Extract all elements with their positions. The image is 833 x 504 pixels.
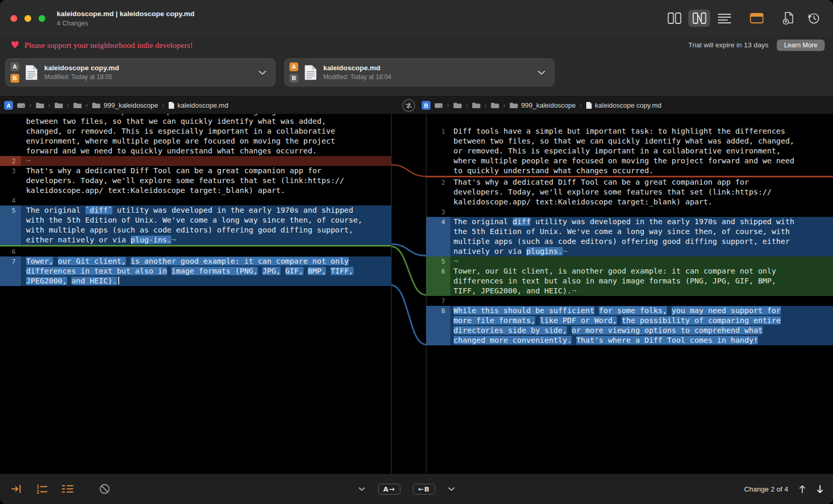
diff-row[interactable]: 3 — [426, 207, 833, 217]
arrow-down-icon — [816, 484, 824, 494]
diff-row[interactable]: 1Diff tools have a simple but important … — [426, 126, 833, 176]
diff-text: Tower, our Git client, is another good e… — [21, 256, 391, 286]
file-selector-right[interactable]: A B kaleidoscope.md Modified: Today at 1… — [284, 58, 554, 86]
view-reviews-button[interactable] — [746, 10, 767, 27]
pane-a[interactable]: Diff tools have a simple but important t… — [0, 114, 392, 473]
diff-row[interactable]: 7Tower, our Git client, is another good … — [0, 256, 391, 286]
breadcrumb-folder[interactable]: 999_kaleidoscope — [509, 101, 576, 109]
file-icon — [168, 101, 174, 109]
learn-more-button[interactable]: Learn More — [777, 40, 825, 51]
folder-icon[interactable] — [54, 102, 63, 109]
breadcrumb-separator: › — [484, 101, 487, 110]
merge-b-to-a-button[interactable]: ←B — [413, 484, 435, 495]
file-name: kaleidoscope.md — [323, 64, 392, 72]
breadcrumb-separator: › — [29, 101, 32, 110]
breadcrumb-file[interactable]: kaleidoscope copy.md — [586, 101, 662, 109]
ab-badges: A B — [289, 62, 298, 83]
chevron-down-icon[interactable] — [258, 70, 267, 75]
view-fluid-button[interactable] — [688, 10, 710, 27]
kaleidoscope-window: kaleidoscope.md | kaleidoscope copy.md 4… — [0, 0, 833, 504]
file-history-button[interactable] — [803, 10, 825, 27]
numbered-list-icon: 12 — [35, 484, 48, 494]
merge-controls: A→ ←B — [358, 484, 455, 495]
merge-a-options-chevron[interactable] — [358, 487, 365, 491]
diff-row[interactable]: 4The original diff utility was developed… — [426, 217, 833, 256]
line-number: 7 — [426, 296, 450, 306]
diff-row[interactable]: 7 — [426, 296, 833, 306]
line-number: 6 — [0, 247, 21, 256]
previous-change-button[interactable] — [799, 484, 806, 494]
diff-text: Diff tools have a simple but important t… — [21, 114, 391, 156]
line-number: 6 — [426, 266, 450, 296]
minimize-button[interactable] — [24, 15, 31, 22]
diff-row[interactable]: 5¬ — [426, 256, 833, 266]
merge-a-to-b-button[interactable]: A→ — [378, 484, 400, 495]
breadcrumb-separator: › — [67, 101, 69, 110]
file-selector-left[interactable]: A B kaleidoscope copy.md Modified: Today… — [5, 58, 275, 86]
line-number: 3 — [426, 207, 450, 217]
diff-text: That's why a dedicated Diff Tool can be … — [450, 177, 833, 207]
folder-icon[interactable] — [35, 102, 44, 109]
pane-a-badge: A — [4, 101, 13, 110]
diff-text — [21, 196, 391, 205]
ab-badges: A B — [10, 62, 19, 83]
diff-text: Diff tools have a simple but important t… — [450, 126, 833, 176]
merge-b-options-chevron[interactable] — [448, 487, 455, 491]
breadcrumb-file[interactable]: kaleidoscope.md — [168, 101, 229, 109]
diff-row[interactable]: 6 — [0, 247, 391, 256]
diff-text: The original `diff` utility was develope… — [21, 205, 391, 245]
line-number: 2 — [426, 177, 450, 207]
file-label: kaleidoscope.md — [178, 101, 229, 109]
arrow-up-icon — [799, 484, 806, 494]
jump-to-change-button[interactable] — [10, 484, 22, 494]
view-unified-button[interactable] — [713, 10, 735, 27]
folder-icon[interactable] — [490, 102, 499, 109]
line-number: 4 — [426, 217, 450, 256]
fluid-pane-icon — [692, 12, 706, 24]
diff-row[interactable]: 2¬ — [0, 156, 391, 166]
file-label: kaleidoscope copy.md — [595, 101, 662, 109]
change-list-button[interactable] — [61, 484, 74, 494]
folder-icon[interactable] — [472, 102, 481, 109]
slash-circle-icon — [99, 483, 110, 495]
bottom-left-tools: 12 — [10, 483, 110, 495]
diff-row[interactable]: 3That's why a dedicated Diff Tool can be… — [0, 166, 391, 196]
swap-files-button[interactable] — [402, 99, 415, 112]
diff-row[interactable]: 6Tower, our Git client, is another good … — [426, 266, 833, 296]
ignore-changes-button[interactable] — [99, 483, 110, 495]
badge-b: B — [10, 74, 19, 83]
file-shelf-button[interactable] — [778, 10, 800, 27]
folder-icon[interactable] — [73, 102, 82, 109]
change-connector — [392, 244, 426, 256]
drive-icon[interactable] — [17, 102, 26, 109]
diff-row[interactable]: 4 — [0, 196, 391, 205]
document-icon — [304, 64, 317, 81]
view-two-up-button[interactable] — [663, 10, 685, 27]
drive-icon[interactable] — [434, 102, 443, 109]
file-name: kaleidoscope copy.md — [44, 64, 119, 72]
zoom-button[interactable] — [39, 15, 45, 22]
toolbar — [663, 10, 825, 27]
diff-text — [21, 247, 391, 256]
close-button[interactable] — [10, 15, 17, 22]
diff-row[interactable]: 5The original `diff` utility was develop… — [0, 205, 391, 245]
breadcrumb-folder[interactable]: 999_kaleidoscope — [92, 101, 158, 109]
next-change-button[interactable] — [816, 484, 824, 494]
diff-row[interactable]: Diff tools have a simple but important t… — [0, 114, 391, 156]
breadcrumb-separator: › — [579, 101, 582, 110]
chevron-down-icon[interactable] — [537, 70, 546, 75]
traffic-lights — [10, 15, 45, 22]
breadcrumb-right: B › › › › 999_kaleidoscope › kaleidoscop… — [422, 97, 661, 114]
pane-b-badge: B — [422, 101, 431, 110]
history-clock-icon — [807, 12, 821, 24]
breadcrumb-left: A › › › › 999_kaleidoscope › kaleidoscop… — [4, 97, 228, 114]
line-number: 5 — [0, 205, 21, 245]
right-pane-rows: 1Diff tools have a simple but important … — [426, 126, 833, 345]
diff-row[interactable]: 8While this should be sufficient for som… — [426, 306, 833, 345]
folder-icon[interactable] — [453, 102, 462, 109]
pane-b[interactable]: 1Diff tools have a simple but important … — [426, 114, 833, 473]
line-number: 2 — [0, 156, 21, 166]
left-pane-rows: Diff tools have a simple but important t… — [0, 114, 391, 286]
line-numbers-button[interactable]: 12 — [35, 484, 48, 494]
diff-row[interactable]: 2That's why a dedicated Diff Tool can be… — [426, 177, 833, 207]
